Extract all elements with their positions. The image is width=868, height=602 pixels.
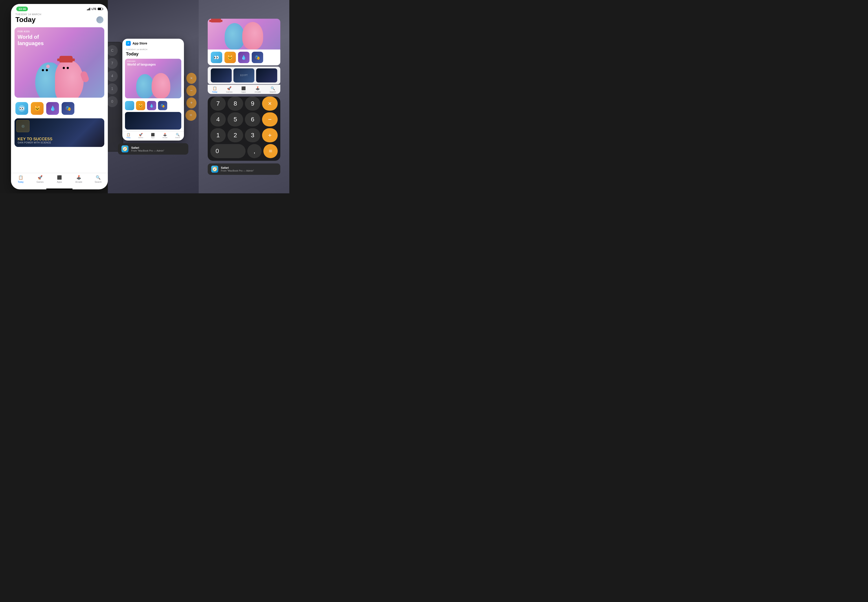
mini-tab-apps: ⬛ Apps [151,133,155,138]
mini-apps-icon: ⬛ [151,133,155,137]
btn-6[interactable]: 6 [245,112,261,126]
app-icon-3[interactable]: 💧 [46,102,59,115]
btn-plus[interactable]: + [262,128,278,142]
as-today-label: Today [212,91,217,93]
btn-7[interactable]: 7 [210,97,226,111]
mini-games-label: Games [138,137,143,138]
as-tab-games: 🚀 Games [226,86,233,93]
btn-9[interactable]: 9 [245,97,261,111]
right-section: 👀 🐱 💧 🎭 EGYPT 📋 Today 🚀 Games [199,0,290,194]
mini-today-icon: 📋 [126,133,130,137]
battery-icon [98,8,103,10]
calc-row-123: 1 2 3 + [210,128,278,142]
btn-2[interactable]: 2 [227,128,243,142]
lp-7-btn: 7 [108,58,118,69]
mini-arcade-label: Arcade [163,137,167,138]
as-tab-today: 📋 Today [212,86,217,93]
games-icon: 🚀 [37,175,43,180]
mini-title: Today [122,51,184,58]
lp-0-btn: 0 [108,96,118,107]
arcade-icon: 🕹️ [76,175,81,180]
as-tab-bar: 📋 Today 🚀 Games ⬛ Apps 🕹️ Arcade 🔍 [208,85,280,94]
r-icon-2: 🐱 [224,52,236,63]
phone1: 13:16 LTE TUESDAY 14 MARCH Today FOR KID… [11,4,108,189]
btn-1[interactable]: 1 [210,128,226,142]
as-apps-label: Apps [241,91,246,93]
mini-games-icon: 🚀 [139,133,143,137]
mini-game [125,112,181,129]
avatar[interactable] [96,16,103,23]
date-label: TUESDAY 14 MARCH [15,13,103,15]
btn-5[interactable]: 5 [227,112,243,126]
tab-arcade-label: Arcade [75,181,82,183]
btn-0[interactable]: 0 [210,144,246,158]
tab-today-label: Today [18,181,24,183]
lp-1-btn: 1 [108,83,118,94]
appstore-top-card: 👀 🐱 💧 🎭 EGYPT 📋 Today 🚀 Games [208,19,280,94]
hero-title: World of languages [18,34,61,47]
game-banner-text: KEY TO SUCCESS GAIN POWER WITH SCIENCE [18,137,52,144]
app-icon-2[interactable]: 🐱 [31,102,43,115]
mini-char-pink [152,73,170,98]
signal-icon [87,8,90,10]
tab-bar: 📋 Today 🚀 Games ⬛ Apps 🕹️ Arcade 🔍 Searc… [11,173,108,187]
lp-c-btn: C [108,45,118,56]
btn-minus[interactable]: − [262,112,278,126]
app-header: TUESDAY 14 MARCH Today [11,12,108,26]
mini-tab-bar: 📋 Today 🚀 Games ⬛ Apps 🕹️ Arcade 🔍 [122,131,184,141]
as-tab-search: 🔍 Search [270,86,276,93]
hero-card[interactable]: FOR KIDS World of languages [14,27,104,98]
status-bar: 13:16 LTE [11,4,108,12]
mini-phone[interactable]: A App Store TUESDAY 14 MARCH Today FOR K… [122,39,184,141]
mini-char-blue [136,74,154,98]
safari-text-right: Safari From "MacBook Pro — Admin" [221,166,254,172]
scroll-area: FOR KIDS World of languages [11,26,108,173]
safari-bar[interactable]: 🧭 Safari From "MacBook Pro — Admin" [118,143,188,155]
as-games-icon: 🚀 [227,86,232,91]
mini-app-icons: 🐱 💧 🎭 [122,99,184,112]
as-game-row: EGYPT [208,67,280,84]
mini-tab-search: 🔍 Search [175,133,180,138]
app-icon-4[interactable]: 🎭 [61,102,74,115]
tab-arcade[interactable]: 🕹️ Arcade [69,175,88,183]
calc-row-456: 4 5 6 − [210,112,278,126]
right-content: 👀 🐱 💧 🎭 EGYPT 📋 Today 🚀 Games [199,19,290,175]
app-icon-1[interactable]: 👀 [15,102,28,115]
as-apps-icon: ⬛ [241,86,246,91]
r-icon-1: 👀 [211,52,222,63]
as-arcade-icon: 🕹️ [255,86,260,91]
safari-bar-right[interactable]: 🧭 Safari From "MacBook Pro — Admin" [208,163,280,175]
mini-search-label: Search [175,137,180,138]
mini-tab-arcade: 🕹️ Arcade [163,133,167,138]
safari-subtitle: From "MacBook Pro — Admin" [131,149,164,152]
home-indicator [46,189,72,189]
btn-8[interactable]: 8 [227,97,243,111]
game-banner[interactable]: ⚙️ KEY TO SUCCESS GAIN POWER WITH SCIENC… [14,118,104,147]
btn-3[interactable]: 3 [245,128,261,142]
game-thumb-2: EGYPT [234,68,254,83]
r-icon-3: 💧 [238,52,249,63]
btn-4[interactable]: 4 [210,112,226,126]
calc-buttons: 7 8 9 × 4 5 6 − 1 2 3 + 0 [208,97,280,158]
as-arcade-label: Arcade [255,91,261,93]
tab-apps[interactable]: ⬛ Apps [50,175,69,183]
safari-title: Safari [131,146,164,149]
tab-search[interactable]: 🔍 Search [88,175,108,183]
btn-multiply[interactable]: × [262,97,278,111]
safari-icon: 🧭 [121,145,129,152]
calculator-app[interactable]: 7 8 9 × 4 5 6 − 1 2 3 + 0 [208,97,280,161]
btn-equals[interactable]: = [263,144,278,158]
game-thumb-3 [256,68,277,83]
game-title: KEY TO SUCCESS [18,137,52,141]
tab-games-label: Games [37,181,43,183]
mini-hero: FOR KIDS World of languages [125,59,181,98]
tab-games[interactable]: 🚀 Games [30,175,50,183]
game-subtitle: GAIN POWER WITH SCIENCE [18,141,52,144]
as-app-icons-row: 👀 🐱 💧 🎭 [208,49,280,65]
tab-apps-label: Apps [57,181,62,183]
status-time: 13:16 [16,6,28,11]
safari-sub-right: From "MacBook Pro — Admin" [221,169,254,172]
btn-decimal[interactable]: , [247,144,262,158]
app-icons-row: 👀 🐱 💧 🎭 [11,100,108,117]
tab-today[interactable]: 📋 Today [11,175,30,183]
